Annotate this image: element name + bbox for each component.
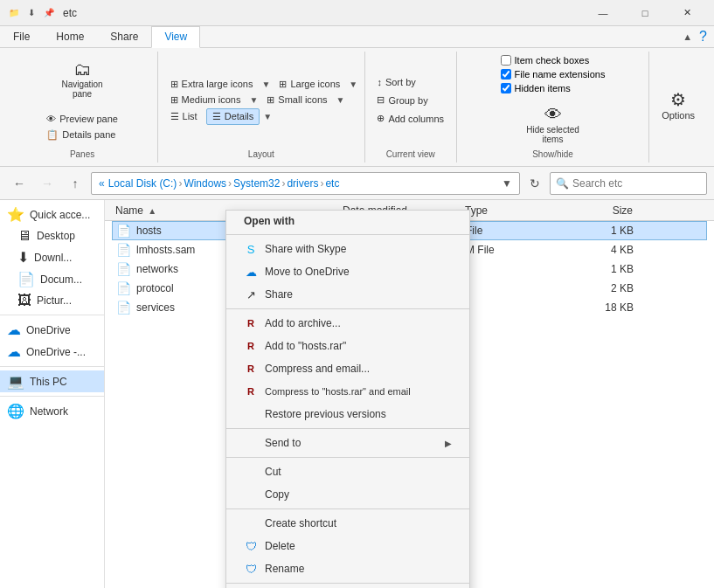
sort-by-button[interactable]: ↕ Sort by xyxy=(371,75,420,89)
network-icon: 🌐 xyxy=(7,403,24,419)
hidden-items-label[interactable]: Hidden items xyxy=(501,83,606,93)
ctx-send-to-label: Send to xyxy=(265,437,301,449)
file-extensions-text: File name extensions xyxy=(515,69,606,80)
file-name-text-networks: networks xyxy=(136,263,178,275)
sort-arrow-icon: ▲ xyxy=(148,206,156,216)
hide-selected-button[interactable]: 👁 Hide selecteditems xyxy=(521,104,585,146)
up-button[interactable]: ↑ xyxy=(63,171,87,196)
file-size-lmhosts: 4 KB xyxy=(567,244,637,256)
address-bar[interactable]: « Local Disk (C:) › Windows › System32 ›… xyxy=(91,172,520,195)
sidebar: ⭐ Quick acce... 🖥 Desktop ⬇ Downl... 📄 D… xyxy=(0,200,105,588)
ctx-compress-email[interactable]: R Compress and email... xyxy=(226,357,469,380)
address-part-windows[interactable]: Windows xyxy=(184,177,226,190)
details-icon: 📋 xyxy=(46,129,59,141)
item-checkboxes-text: Item check boxes xyxy=(515,55,590,66)
small-icons-label: Small icons xyxy=(278,94,327,105)
file-extensions-input[interactable] xyxy=(501,69,511,80)
file-extensions-label[interactable]: File name extensions xyxy=(501,69,606,80)
help-button[interactable]: ? xyxy=(699,29,707,45)
sidebar-item-onedrive2[interactable]: ☁ OneDrive -... xyxy=(0,341,104,363)
file-icon-services: 📄 xyxy=(116,301,131,315)
sidebar-item-quick-access[interactable]: ⭐ Quick acce... xyxy=(0,204,104,225)
ctx-share-skype[interactable]: S Share with Skype xyxy=(226,238,469,260)
sidebar-item-downloads[interactable]: ⬇ Downl... xyxy=(0,246,104,268)
details-pane-button[interactable]: 📋 Details pane xyxy=(41,128,123,142)
tab-share[interactable]: Share xyxy=(97,26,151,47)
list-icon: ☰ xyxy=(170,111,179,122)
nav-pane-label: Navigationpane xyxy=(61,80,102,99)
file-icon-protocol: 📄 xyxy=(116,281,131,295)
search-box[interactable]: 🔍 xyxy=(550,172,707,195)
details-view-button[interactable]: ☰ Details xyxy=(206,108,260,125)
sidebar-item-pictures[interactable]: 🖼 Pictur... xyxy=(0,290,104,311)
col-header-type[interactable]: Type xyxy=(461,203,566,218)
add-columns-button[interactable]: ⊕ Add columns xyxy=(371,111,449,126)
current-view-label: Current view xyxy=(386,146,435,159)
address-dropdown-btn[interactable]: ▼ xyxy=(502,177,512,190)
ctx-cut[interactable]: Cut xyxy=(226,460,469,483)
ctx-share[interactable]: ↗ Share xyxy=(226,283,469,306)
large-icons-button[interactable]: ⊞ Large icons xyxy=(274,77,345,92)
options-icon: ⚙ xyxy=(670,91,686,108)
address-part-root[interactable]: « xyxy=(99,177,105,190)
back-button[interactable]: ← xyxy=(7,171,31,196)
sidebar-item-onedrive[interactable]: ☁ OneDrive xyxy=(0,319,104,341)
preview-pane-button[interactable]: 👁 Preview pane xyxy=(41,112,123,126)
thispc-icon: 💻 xyxy=(7,373,24,390)
ctx-send-to[interactable]: Send to ▶ xyxy=(226,432,469,454)
forward-button[interactable]: → xyxy=(35,171,59,196)
sidebar-item-thispc[interactable]: 💻 This PC xyxy=(0,370,104,392)
ctx-copy-label: Copy xyxy=(265,488,289,501)
close-button[interactable]: ✕ xyxy=(667,0,707,26)
desktop-icon: 🖥 xyxy=(17,228,31,244)
refresh-button[interactable]: ↻ xyxy=(523,172,546,195)
sidebar-divider-3 xyxy=(0,396,104,397)
ctx-create-shortcut[interactable]: Create shortcut xyxy=(226,512,469,535)
ribbon-collapse-btn[interactable]: ▲ xyxy=(683,31,692,42)
large-icon: ⊞ xyxy=(279,79,287,90)
sidebar-item-documents[interactable]: 📄 Docum... xyxy=(0,268,104,290)
group-by-button[interactable]: ⊟ Group by xyxy=(371,93,433,107)
sort-label: Sort by xyxy=(385,77,416,87)
pictures-label: Pictur... xyxy=(37,294,72,307)
ctx-copy[interactable]: Copy xyxy=(226,483,469,506)
col-header-size[interactable]: Size xyxy=(566,203,636,218)
item-checkboxes-label[interactable]: Item check boxes xyxy=(501,55,606,66)
ctx-onedrive[interactable]: ☁ Move to OneDrive xyxy=(226,260,469,283)
address-part-drivers[interactable]: drivers xyxy=(287,177,318,190)
tab-file[interactable]: File xyxy=(0,26,43,47)
address-part-system32[interactable]: System32 xyxy=(233,177,280,190)
context-menu: Open with S Share with Skype ☁ Move to O… xyxy=(225,210,470,588)
ctx-divider-1 xyxy=(226,234,469,235)
hidden-items-input[interactable] xyxy=(501,83,511,93)
ctx-delete[interactable]: 🛡 Delete xyxy=(226,535,469,557)
ctx-add-archive-label: Add to archive... xyxy=(265,317,341,329)
item-checkboxes-input[interactable] xyxy=(501,55,511,66)
small-icons-button[interactable]: ⊞ Small icons xyxy=(261,93,332,107)
ctx-add-rar[interactable]: R Add to "hosts.rar" xyxy=(226,335,469,357)
ctx-open-with[interactable]: Open with xyxy=(226,211,469,232)
navigation-pane-button[interactable]: 🗂 Navigationpane xyxy=(56,59,107,100)
file-size-protocol: 2 KB xyxy=(567,282,637,294)
ctx-divider-3 xyxy=(226,428,469,429)
maximize-button[interactable]: □ xyxy=(625,0,665,26)
search-input[interactable] xyxy=(572,177,701,190)
sidebar-item-network[interactable]: 🌐 Network xyxy=(0,400,104,422)
ctx-rename[interactable]: 🛡 Rename xyxy=(226,557,469,580)
address-part-c[interactable]: Local Disk (C:) xyxy=(108,177,177,190)
onedrive-icon: ☁ xyxy=(7,322,21,338)
extra-large-icons-button[interactable]: ⊞ Extra large icons xyxy=(165,77,259,92)
medium-icons-button[interactable]: ⊞ Medium icons xyxy=(165,93,246,107)
address-part-etc[interactable]: etc xyxy=(325,177,339,190)
minimize-button[interactable]: — xyxy=(583,0,623,26)
ctx-restore-versions[interactable]: Restore previous versions xyxy=(226,403,469,425)
ctx-add-archive[interactable]: R Add to archive... xyxy=(226,312,469,335)
ctx-compress-rar-email[interactable]: R Compress to "hosts.rar" and email xyxy=(226,380,469,403)
options-button[interactable]: ⚙ Options xyxy=(656,89,700,122)
tab-home[interactable]: Home xyxy=(43,26,97,47)
list-view-button[interactable]: ☰ List xyxy=(165,108,203,125)
tab-view[interactable]: View xyxy=(151,26,200,48)
sort-icon: ↕ xyxy=(377,77,382,87)
sidebar-item-desktop[interactable]: 🖥 Desktop xyxy=(0,225,104,246)
group-icon: ⊟ xyxy=(377,94,385,106)
